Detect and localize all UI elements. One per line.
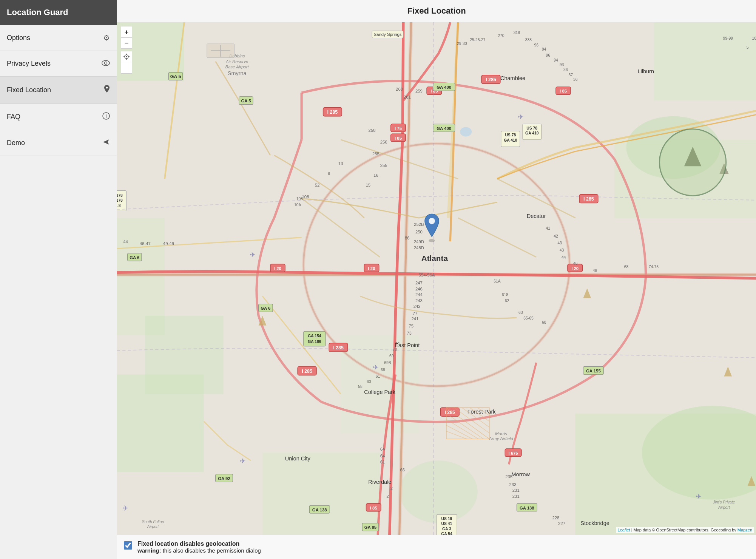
svg-text:GA 3: GA 3 — [442, 527, 451, 531]
svg-text:246: 246 — [415, 287, 423, 291]
zoom-in-button[interactable]: + — [121, 26, 132, 37]
svg-text:46-47: 46-47 — [140, 241, 151, 246]
geolocation-checkbox[interactable] — [124, 541, 132, 550]
svg-text:I 20: I 20 — [274, 266, 281, 271]
locate-button[interactable] — [121, 51, 132, 62]
svg-text:52: 52 — [315, 183, 320, 187]
svg-text:108: 108 — [302, 195, 309, 199]
svg-text:GA 400: GA 400 — [437, 126, 451, 131]
options-label: Options — [7, 34, 30, 42]
svg-text:GA 8: GA 8 — [117, 204, 121, 208]
svg-text:5: 5 — [747, 45, 749, 49]
map-attribution: Leaflet | Map data © OpenStreetMap contr… — [616, 527, 754, 533]
svg-text:252B: 252B — [414, 222, 424, 227]
eye-icon — [102, 59, 110, 68]
privacy-levels-label: Privacy Levels — [7, 60, 51, 68]
svg-text:GA 5: GA 5 — [170, 74, 181, 79]
svg-text:258: 258 — [369, 128, 376, 133]
svg-text:77: 77 — [413, 311, 418, 316]
map-container[interactable]: Sandy Springs GA 5 I 285 I 285 I 285 I 2… — [117, 22, 756, 535]
svg-text:25-25-27: 25-25-27 — [470, 38, 486, 42]
mapzen-link[interactable]: Mapzen — [737, 528, 752, 532]
svg-rect-7 — [654, 22, 756, 100]
sidebar-item-demo[interactable]: Demo — [0, 130, 117, 156]
svg-text:270: 270 — [498, 34, 505, 38]
svg-text:✈: ✈ — [696, 493, 702, 500]
sidebar-item-fixed-location[interactable]: Fixed Location — [0, 77, 117, 104]
svg-text:Lilburn: Lilburn — [637, 68, 654, 74]
fixed-location-label: Fixed Location — [7, 86, 51, 94]
main-title-bar: Fixed Location — [117, 0, 756, 22]
svg-text:231: 231 — [512, 488, 520, 493]
svg-text:75: 75 — [409, 324, 413, 328]
svg-text:94: 94 — [542, 47, 546, 51]
svg-text:255: 255 — [380, 163, 387, 168]
svg-text:618: 618 — [502, 293, 509, 297]
svg-text:36: 36 — [563, 68, 568, 72]
svg-text:US 278: US 278 — [117, 198, 123, 202]
svg-text:I 285: I 285 — [486, 77, 496, 82]
svg-text:48: 48 — [593, 269, 597, 273]
svg-text:✈: ✈ — [122, 504, 128, 512]
svg-text:235: 235 — [505, 474, 512, 479]
app-container: Location Guard Options ⚙ Privacy Levels … — [0, 0, 756, 559]
svg-point-241 — [429, 218, 435, 224]
svg-text:231: 231 — [512, 494, 520, 499]
sidebar-item-options[interactable]: Options ⚙ — [0, 25, 117, 51]
svg-text:I 85: I 85 — [560, 89, 567, 93]
svg-text:GA 166: GA 166 — [308, 340, 321, 344]
svg-text:96: 96 — [546, 53, 550, 57]
svg-text:GA 154: GA 154 — [308, 334, 321, 338]
svg-text:Decatur: Decatur — [527, 213, 546, 219]
svg-text:Airport: Airport — [718, 505, 730, 510]
svg-text:58: 58 — [358, 385, 363, 389]
zoom-out-button[interactable]: − — [121, 37, 132, 49]
leaflet-link[interactable]: Leaflet — [618, 528, 630, 532]
svg-text:46: 46 — [573, 261, 578, 266]
faq-label: FAQ — [7, 113, 20, 121]
svg-text:GA 85: GA 85 — [364, 525, 377, 530]
svg-text:43: 43 — [560, 248, 564, 252]
svg-text:10A: 10A — [294, 203, 301, 207]
svg-text:GA 410: GA 410 — [504, 138, 517, 142]
svg-text:Army Airfield: Army Airfield — [489, 436, 514, 441]
svg-text:2: 2 — [386, 494, 389, 499]
map-blank-button[interactable] — [121, 62, 132, 74]
svg-text:US 78: US 78 — [526, 126, 537, 130]
svg-text:227: 227 — [558, 521, 565, 526]
svg-text:I 20: I 20 — [368, 266, 375, 271]
svg-text:96: 96 — [534, 43, 538, 47]
svg-text:64: 64 — [380, 447, 385, 451]
svg-point-1 — [105, 62, 107, 65]
svg-text:249D: 249D — [414, 239, 424, 244]
svg-text:100: 100 — [752, 36, 756, 40]
sidebar-item-faq[interactable]: FAQ i — [0, 104, 117, 130]
svg-text:2: 2 — [390, 486, 393, 491]
svg-text:318: 318 — [514, 31, 520, 35]
svg-text:Forest Park: Forest Park — [467, 409, 496, 415]
svg-text:73: 73 — [407, 331, 412, 335]
sidebar-item-privacy-levels[interactable]: Privacy Levels — [0, 51, 117, 77]
svg-text:63: 63 — [518, 310, 523, 315]
svg-text:Morris: Morris — [495, 431, 507, 436]
svg-text:256: 256 — [380, 140, 387, 144]
svg-text:74-75: 74-75 — [649, 265, 659, 269]
info-icon: i — [102, 112, 110, 122]
svg-text:242: 242 — [413, 304, 421, 309]
svg-text:36: 36 — [573, 77, 578, 82]
svg-text:228: 228 — [552, 516, 559, 520]
svg-text:I 85: I 85 — [395, 136, 402, 141]
map-svg[interactable]: Sandy Springs GA 5 I 285 I 285 I 285 I 2… — [117, 22, 756, 535]
svg-text:✈: ✈ — [373, 363, 379, 371]
svg-text:250: 250 — [415, 230, 423, 234]
svg-text:94: 94 — [554, 58, 558, 62]
svg-text:65-65: 65-65 — [523, 316, 534, 320]
svg-text:49-49: 49-49 — [163, 241, 174, 246]
svg-text:9: 9 — [328, 171, 330, 176]
svg-text:260: 260 — [396, 87, 403, 91]
svg-text:61: 61 — [380, 460, 385, 464]
svg-text:338: 338 — [525, 38, 532, 42]
svg-text:I 285: I 285 — [583, 196, 594, 202]
svg-rect-16 — [262, 452, 380, 535]
svg-text:93: 93 — [560, 63, 564, 67]
